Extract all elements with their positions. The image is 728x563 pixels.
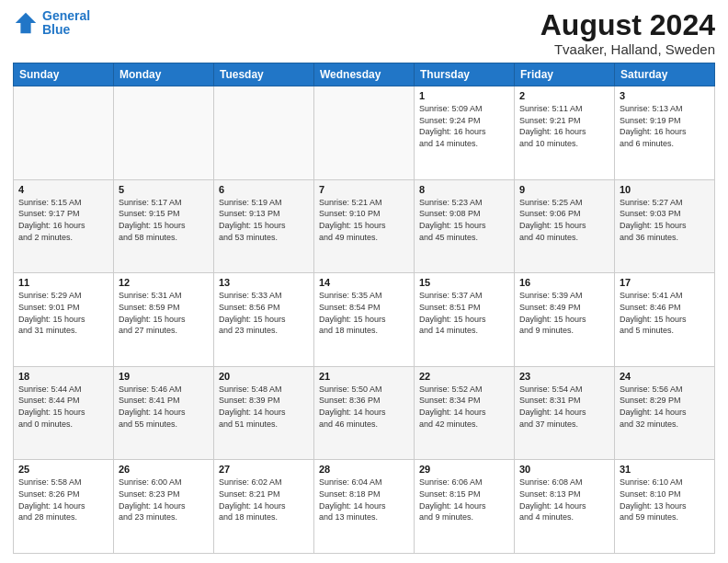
calendar-cell: 9Sunrise: 5:25 AM Sunset: 9:06 PM Daylig…	[515, 179, 615, 273]
day-info: Sunrise: 5:11 AM Sunset: 9:21 PM Dayligh…	[519, 103, 609, 149]
top-area: General Blue August 2024 Tvaaker, Hallan…	[13, 9, 715, 57]
day-number: 20	[219, 371, 309, 382]
header-friday: Friday	[515, 63, 615, 86]
day-number: 19	[119, 371, 209, 382]
day-info: Sunrise: 5:21 AM Sunset: 9:10 PM Dayligh…	[319, 197, 409, 243]
day-info: Sunrise: 6:00 AM Sunset: 8:23 PM Dayligh…	[119, 477, 209, 523]
header-monday: Monday	[114, 63, 214, 86]
day-number: 17	[620, 277, 710, 288]
day-number: 18	[18, 371, 108, 382]
day-number: 29	[419, 464, 509, 475]
calendar-cell: 30Sunrise: 6:08 AM Sunset: 8:13 PM Dayli…	[515, 460, 615, 554]
location: Tvaaker, Halland, Sweden	[540, 41, 715, 57]
header-saturday: Saturday	[615, 63, 715, 86]
day-number: 12	[119, 277, 209, 288]
day-number: 25	[18, 464, 108, 475]
calendar-cell	[14, 86, 114, 180]
calendar-cell: 1Sunrise: 5:09 AM Sunset: 9:24 PM Daylig…	[415, 86, 515, 180]
calendar-cell: 13Sunrise: 5:33 AM Sunset: 8:56 PM Dayli…	[214, 273, 314, 367]
calendar-week-row: 11Sunrise: 5:29 AM Sunset: 9:01 PM Dayli…	[14, 273, 715, 367]
calendar-cell: 21Sunrise: 5:50 AM Sunset: 8:36 PM Dayli…	[314, 366, 415, 460]
day-info: Sunrise: 5:56 AM Sunset: 8:29 PM Dayligh…	[620, 384, 710, 430]
header-wednesday: Wednesday	[314, 63, 415, 86]
day-info: Sunrise: 5:50 AM Sunset: 8:36 PM Dayligh…	[319, 384, 409, 430]
day-info: Sunrise: 5:19 AM Sunset: 9:13 PM Dayligh…	[219, 197, 309, 243]
day-info: Sunrise: 5:37 AM Sunset: 8:51 PM Dayligh…	[419, 290, 509, 336]
day-number: 28	[319, 464, 409, 475]
day-number: 22	[419, 371, 509, 382]
calendar-cell: 23Sunrise: 5:54 AM Sunset: 8:31 PM Dayli…	[515, 366, 615, 460]
day-info: Sunrise: 5:09 AM Sunset: 9:24 PM Dayligh…	[419, 103, 509, 149]
day-number: 14	[319, 277, 409, 288]
page: General Blue August 2024 Tvaaker, Hallan…	[0, 0, 728, 563]
day-info: Sunrise: 5:35 AM Sunset: 8:54 PM Dayligh…	[319, 290, 409, 336]
calendar-cell: 10Sunrise: 5:27 AM Sunset: 9:03 PM Dayli…	[615, 179, 715, 273]
day-info: Sunrise: 5:48 AM Sunset: 8:39 PM Dayligh…	[219, 384, 309, 430]
header-thursday: Thursday	[415, 63, 515, 86]
day-info: Sunrise: 6:08 AM Sunset: 8:13 PM Dayligh…	[519, 477, 609, 523]
logo-icon	[13, 10, 39, 36]
day-number: 11	[18, 277, 108, 288]
day-number: 16	[519, 277, 609, 288]
header-sunday: Sunday	[14, 63, 114, 86]
calendar-cell: 18Sunrise: 5:44 AM Sunset: 8:44 PM Dayli…	[14, 366, 114, 460]
calendar-cell: 29Sunrise: 6:06 AM Sunset: 8:15 PM Dayli…	[415, 460, 515, 554]
day-number: 31	[620, 464, 710, 475]
day-info: Sunrise: 5:54 AM Sunset: 8:31 PM Dayligh…	[519, 384, 609, 430]
calendar-cell	[314, 86, 415, 180]
calendar-cell: 4Sunrise: 5:15 AM Sunset: 9:17 PM Daylig…	[14, 179, 114, 273]
calendar-cell: 12Sunrise: 5:31 AM Sunset: 8:59 PM Dayli…	[114, 273, 214, 367]
calendar-cell: 25Sunrise: 5:58 AM Sunset: 8:26 PM Dayli…	[14, 460, 114, 554]
day-number: 27	[219, 464, 309, 475]
day-number: 8	[419, 184, 509, 195]
calendar-cell: 24Sunrise: 5:56 AM Sunset: 8:29 PM Dayli…	[615, 366, 715, 460]
day-info: Sunrise: 5:15 AM Sunset: 9:17 PM Dayligh…	[18, 197, 108, 243]
logo-line1: General	[42, 8, 90, 23]
day-info: Sunrise: 5:27 AM Sunset: 9:03 PM Dayligh…	[620, 197, 710, 243]
calendar-cell: 17Sunrise: 5:41 AM Sunset: 8:46 PM Dayli…	[615, 273, 715, 367]
calendar-cell: 31Sunrise: 6:10 AM Sunset: 8:10 PM Dayli…	[615, 460, 715, 554]
day-number: 30	[519, 464, 609, 475]
day-info: Sunrise: 5:31 AM Sunset: 8:59 PM Dayligh…	[119, 290, 209, 336]
logo-line2: Blue	[42, 22, 70, 37]
calendar-cell: 27Sunrise: 6:02 AM Sunset: 8:21 PM Dayli…	[214, 460, 314, 554]
day-info: Sunrise: 5:13 AM Sunset: 9:19 PM Dayligh…	[620, 103, 710, 149]
day-info: Sunrise: 5:25 AM Sunset: 9:06 PM Dayligh…	[519, 197, 609, 243]
day-number: 15	[419, 277, 509, 288]
calendar-cell: 7Sunrise: 5:21 AM Sunset: 9:10 PM Daylig…	[314, 179, 415, 273]
calendar-cell: 3Sunrise: 5:13 AM Sunset: 9:19 PM Daylig…	[615, 86, 715, 180]
day-info: Sunrise: 6:10 AM Sunset: 8:10 PM Dayligh…	[620, 477, 710, 523]
day-number: 1	[419, 90, 509, 101]
calendar-cell: 28Sunrise: 6:04 AM Sunset: 8:18 PM Dayli…	[314, 460, 415, 554]
calendar-cell: 14Sunrise: 5:35 AM Sunset: 8:54 PM Dayli…	[314, 273, 415, 367]
day-info: Sunrise: 5:44 AM Sunset: 8:44 PM Dayligh…	[18, 384, 108, 430]
logo: General Blue	[13, 9, 90, 38]
day-number: 10	[620, 184, 710, 195]
day-number: 21	[319, 371, 409, 382]
title-area: August 2024 Tvaaker, Halland, Sweden	[540, 9, 715, 57]
day-info: Sunrise: 5:17 AM Sunset: 9:15 PM Dayligh…	[119, 197, 209, 243]
calendar-cell: 20Sunrise: 5:48 AM Sunset: 8:39 PM Dayli…	[214, 366, 314, 460]
header-tuesday: Tuesday	[214, 63, 314, 86]
calendar-week-row: 18Sunrise: 5:44 AM Sunset: 8:44 PM Dayli…	[14, 366, 715, 460]
calendar-cell: 15Sunrise: 5:37 AM Sunset: 8:51 PM Dayli…	[415, 273, 515, 367]
day-number: 7	[319, 184, 409, 195]
calendar-cell: 26Sunrise: 6:00 AM Sunset: 8:23 PM Dayli…	[114, 460, 214, 554]
day-number: 5	[119, 184, 209, 195]
day-info: Sunrise: 5:33 AM Sunset: 8:56 PM Dayligh…	[219, 290, 309, 336]
day-number: 24	[620, 371, 710, 382]
calendar-week-row: 4Sunrise: 5:15 AM Sunset: 9:17 PM Daylig…	[14, 179, 715, 273]
calendar-cell: 11Sunrise: 5:29 AM Sunset: 9:01 PM Dayli…	[14, 273, 114, 367]
calendar-cell: 8Sunrise: 5:23 AM Sunset: 9:08 PM Daylig…	[415, 179, 515, 273]
day-number: 4	[18, 184, 108, 195]
day-info: Sunrise: 5:58 AM Sunset: 8:26 PM Dayligh…	[18, 477, 108, 523]
day-info: Sunrise: 6:04 AM Sunset: 8:18 PM Dayligh…	[319, 477, 409, 523]
calendar-cell	[114, 86, 214, 180]
month-title: August 2024	[540, 9, 715, 41]
day-info: Sunrise: 5:29 AM Sunset: 9:01 PM Dayligh…	[18, 290, 108, 336]
day-info: Sunrise: 5:46 AM Sunset: 8:41 PM Dayligh…	[119, 384, 209, 430]
day-info: Sunrise: 5:39 AM Sunset: 8:49 PM Dayligh…	[519, 290, 609, 336]
calendar-cell: 19Sunrise: 5:46 AM Sunset: 8:41 PM Dayli…	[114, 366, 214, 460]
day-number: 2	[519, 90, 609, 101]
calendar-cell: 16Sunrise: 5:39 AM Sunset: 8:49 PM Dayli…	[515, 273, 615, 367]
